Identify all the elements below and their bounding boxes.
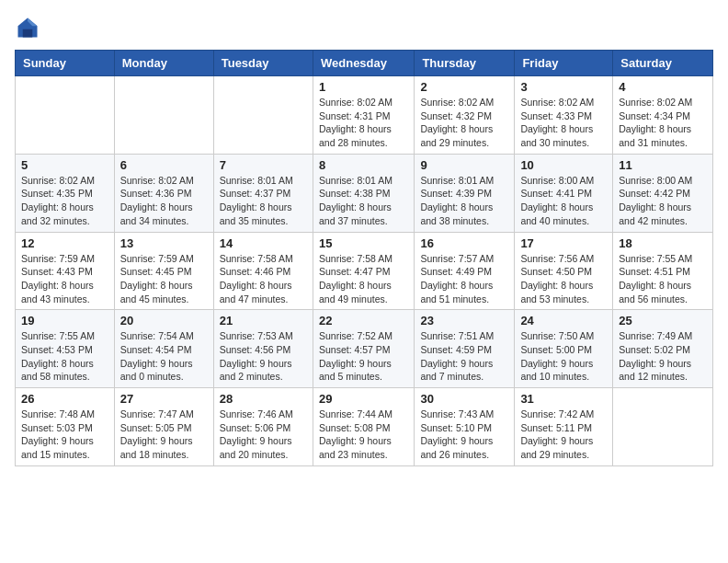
- calendar-cell: 15Sunrise: 7:58 AM Sunset: 4:47 PM Dayli…: [313, 232, 414, 310]
- calendar-cell: 5Sunrise: 8:02 AM Sunset: 4:35 PM Daylig…: [16, 154, 115, 232]
- day-header-saturday: Saturday: [613, 51, 713, 76]
- day-info: Sunrise: 8:01 AM Sunset: 4:38 PM Dayligh…: [319, 174, 408, 228]
- calendar-cell: 8Sunrise: 8:01 AM Sunset: 4:38 PM Daylig…: [313, 154, 414, 232]
- day-number: 12: [21, 236, 108, 250]
- day-number: 11: [619, 158, 707, 172]
- calendar-cell: 10Sunrise: 8:00 AM Sunset: 4:41 PM Dayli…: [515, 154, 613, 232]
- day-number: 7: [220, 158, 307, 172]
- day-number: 31: [520, 392, 607, 406]
- day-info: Sunrise: 7:58 AM Sunset: 4:47 PM Dayligh…: [319, 252, 408, 306]
- logo: [15, 15, 44, 40]
- day-header-monday: Monday: [114, 51, 213, 76]
- calendar-cell: 19Sunrise: 7:55 AM Sunset: 4:53 PM Dayli…: [16, 310, 115, 388]
- day-number: 9: [420, 158, 508, 172]
- day-info: Sunrise: 7:49 AM Sunset: 5:02 PM Dayligh…: [619, 329, 707, 384]
- day-info: Sunrise: 7:57 AM Sunset: 4:49 PM Dayligh…: [420, 252, 508, 306]
- day-header-friday: Friday: [515, 51, 613, 76]
- calendar-cell: 3Sunrise: 8:02 AM Sunset: 4:33 PM Daylig…: [515, 76, 613, 155]
- day-header-wednesday: Wednesday: [313, 51, 414, 76]
- day-number: 17: [520, 236, 607, 250]
- page-header: [15, 15, 713, 40]
- day-number: 22: [319, 314, 408, 327]
- calendar-cell: 26Sunrise: 7:48 AM Sunset: 5:03 PM Dayli…: [16, 388, 115, 466]
- day-number: 4: [619, 80, 707, 94]
- logo-icon: [15, 15, 40, 40]
- day-number: 24: [520, 314, 607, 327]
- calendar-cell: 31Sunrise: 7:42 AM Sunset: 5:11 PM Dayli…: [515, 388, 613, 466]
- day-number: 21: [220, 314, 307, 327]
- day-number: 18: [619, 236, 707, 250]
- calendar-cell: 18Sunrise: 7:55 AM Sunset: 4:51 PM Dayli…: [613, 232, 713, 310]
- day-info: Sunrise: 7:53 AM Sunset: 4:56 PM Dayligh…: [220, 329, 307, 384]
- day-number: 1: [319, 80, 408, 94]
- calendar-cell: 7Sunrise: 8:01 AM Sunset: 4:37 PM Daylig…: [213, 154, 313, 232]
- calendar-week-row: 26Sunrise: 7:48 AM Sunset: 5:03 PM Dayli…: [16, 388, 713, 466]
- day-number: 20: [120, 314, 208, 327]
- day-number: 6: [120, 158, 208, 172]
- day-number: 29: [319, 392, 408, 406]
- calendar-cell: 14Sunrise: 7:58 AM Sunset: 4:46 PM Dayli…: [213, 232, 313, 310]
- calendar-week-row: 12Sunrise: 7:59 AM Sunset: 4:43 PM Dayli…: [16, 232, 713, 310]
- calendar-cell: 20Sunrise: 7:54 AM Sunset: 4:54 PM Dayli…: [114, 310, 213, 388]
- calendar-cell: 23Sunrise: 7:51 AM Sunset: 4:59 PM Dayli…: [415, 310, 515, 388]
- day-number: 19: [21, 314, 108, 327]
- day-info: Sunrise: 7:55 AM Sunset: 4:51 PM Dayligh…: [619, 252, 707, 306]
- day-number: 3: [520, 80, 607, 94]
- calendar-cell: 11Sunrise: 8:00 AM Sunset: 4:42 PM Dayli…: [613, 154, 713, 232]
- calendar-cell: 12Sunrise: 7:59 AM Sunset: 4:43 PM Dayli…: [16, 232, 115, 310]
- calendar-header-row: SundayMondayTuesdayWednesdayThursdayFrid…: [16, 51, 713, 76]
- day-number: 8: [319, 158, 408, 172]
- day-number: 28: [220, 392, 307, 406]
- calendar-week-row: 1Sunrise: 8:02 AM Sunset: 4:31 PM Daylig…: [16, 76, 713, 155]
- svg-rect-2: [23, 29, 33, 38]
- day-info: Sunrise: 8:02 AM Sunset: 4:33 PM Dayligh…: [520, 96, 607, 150]
- day-header-thursday: Thursday: [415, 51, 515, 76]
- day-info: Sunrise: 8:00 AM Sunset: 4:42 PM Dayligh…: [619, 174, 707, 228]
- calendar-cell: 2Sunrise: 8:02 AM Sunset: 4:32 PM Daylig…: [415, 76, 515, 155]
- day-info: Sunrise: 7:59 AM Sunset: 4:43 PM Dayligh…: [21, 252, 108, 306]
- day-number: 27: [120, 392, 208, 406]
- day-number: 23: [420, 314, 508, 327]
- day-info: Sunrise: 8:02 AM Sunset: 4:31 PM Dayligh…: [319, 96, 408, 150]
- calendar-cell: 25Sunrise: 7:49 AM Sunset: 5:02 PM Dayli…: [613, 310, 713, 388]
- calendar-cell: 29Sunrise: 7:44 AM Sunset: 5:08 PM Dayli…: [313, 388, 414, 466]
- calendar-week-row: 5Sunrise: 8:02 AM Sunset: 4:35 PM Daylig…: [16, 154, 713, 232]
- day-number: 5: [21, 158, 108, 172]
- day-info: Sunrise: 7:54 AM Sunset: 4:54 PM Dayligh…: [120, 329, 208, 384]
- day-number: 25: [619, 314, 707, 327]
- day-info: Sunrise: 7:50 AM Sunset: 5:00 PM Dayligh…: [520, 329, 607, 384]
- day-info: Sunrise: 7:58 AM Sunset: 4:46 PM Dayligh…: [220, 252, 307, 306]
- day-info: Sunrise: 7:51 AM Sunset: 4:59 PM Dayligh…: [420, 329, 508, 384]
- day-header-sunday: Sunday: [16, 51, 115, 76]
- day-info: Sunrise: 7:55 AM Sunset: 4:53 PM Dayligh…: [21, 329, 108, 384]
- calendar-cell: 13Sunrise: 7:59 AM Sunset: 4:45 PM Dayli…: [114, 232, 213, 310]
- day-header-tuesday: Tuesday: [213, 51, 313, 76]
- calendar-cell: 27Sunrise: 7:47 AM Sunset: 5:05 PM Dayli…: [114, 388, 213, 466]
- calendar-cell: [613, 388, 713, 466]
- day-info: Sunrise: 8:02 AM Sunset: 4:34 PM Dayligh…: [619, 96, 707, 150]
- calendar-cell: 4Sunrise: 8:02 AM Sunset: 4:34 PM Daylig…: [613, 76, 713, 155]
- day-info: Sunrise: 8:00 AM Sunset: 4:41 PM Dayligh…: [520, 174, 607, 228]
- day-number: 13: [120, 236, 208, 250]
- day-number: 2: [420, 80, 508, 94]
- day-info: Sunrise: 8:02 AM Sunset: 4:35 PM Dayligh…: [21, 174, 108, 228]
- day-number: 15: [319, 236, 408, 250]
- day-info: Sunrise: 8:01 AM Sunset: 4:37 PM Dayligh…: [220, 174, 307, 228]
- calendar-cell: 22Sunrise: 7:52 AM Sunset: 4:57 PM Dayli…: [313, 310, 414, 388]
- day-info: Sunrise: 7:42 AM Sunset: 5:11 PM Dayligh…: [520, 408, 607, 462]
- day-info: Sunrise: 7:43 AM Sunset: 5:10 PM Dayligh…: [420, 408, 508, 462]
- calendar-cell: 1Sunrise: 8:02 AM Sunset: 4:31 PM Daylig…: [313, 76, 414, 155]
- calendar-table: SundayMondayTuesdayWednesdayThursdayFrid…: [15, 50, 713, 466]
- day-info: Sunrise: 7:48 AM Sunset: 5:03 PM Dayligh…: [21, 408, 108, 462]
- day-info: Sunrise: 7:47 AM Sunset: 5:05 PM Dayligh…: [120, 408, 208, 462]
- calendar-cell: 21Sunrise: 7:53 AM Sunset: 4:56 PM Dayli…: [213, 310, 313, 388]
- day-info: Sunrise: 7:56 AM Sunset: 4:50 PM Dayligh…: [520, 252, 607, 306]
- calendar-cell: 16Sunrise: 7:57 AM Sunset: 4:49 PM Dayli…: [415, 232, 515, 310]
- day-number: 14: [220, 236, 307, 250]
- calendar-cell: 9Sunrise: 8:01 AM Sunset: 4:39 PM Daylig…: [415, 154, 515, 232]
- day-number: 30: [420, 392, 508, 406]
- calendar-cell: 24Sunrise: 7:50 AM Sunset: 5:00 PM Dayli…: [515, 310, 613, 388]
- calendar-week-row: 19Sunrise: 7:55 AM Sunset: 4:53 PM Dayli…: [16, 310, 713, 388]
- day-info: Sunrise: 7:46 AM Sunset: 5:06 PM Dayligh…: [220, 408, 307, 462]
- day-info: Sunrise: 8:01 AM Sunset: 4:39 PM Dayligh…: [420, 174, 508, 228]
